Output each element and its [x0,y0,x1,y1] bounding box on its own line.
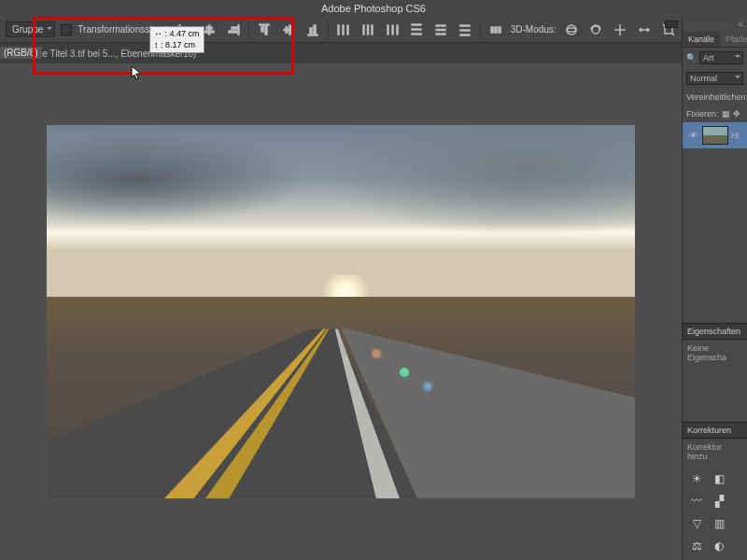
align-top-icon[interactable] [255,21,274,39]
tooltip-width: ↔ : 4.47 cm [154,29,200,40]
align-vcenter-icon[interactable] [279,21,298,39]
mode-3d-label: 3D-Modus: [511,24,557,35]
separator [328,21,329,39]
align-right-icon[interactable] [224,21,243,39]
levels-icon[interactable]: ◧ [711,470,727,487]
svg-rect-35 [460,35,470,35]
svg-rect-20 [347,25,348,35]
hue-icon[interactable]: ▥ [711,515,727,532]
svg-rect-38 [499,27,500,33]
colormode-badge: (RGB/8) [0,47,42,59]
canvas-area[interactable] [0,63,682,560]
svg-rect-6 [238,25,239,35]
mouse-cursor-icon [131,65,144,82]
svg-rect-19 [343,25,344,35]
app-titlebar: Adobe Photoshop CS6 [0,0,747,17]
tooltip-height: ↕ : 8.17 cm [154,40,200,51]
filter-kind-icon[interactable]: 🔍 [686,53,697,63]
svg-rect-14 [289,25,291,35]
svg-rect-10 [261,26,263,32]
separator [480,21,481,39]
svg-rect-22 [367,25,368,35]
colorbalance-icon[interactable]: ⚖ [688,538,705,554]
properties-panel-tab[interactable]: Eigenschaften [683,323,747,340]
blend-mode-dropdown[interactable]: Normal [686,72,743,85]
svg-rect-23 [372,25,373,35]
distribute-left-icon[interactable] [334,21,353,39]
adjustments-hint: Korrektur hinzu [683,439,747,465]
align-bottom-icon[interactable] [303,21,322,39]
svg-point-39 [567,25,576,35]
svg-rect-11 [265,26,267,35]
svg-rect-33 [460,25,470,26]
svg-rect-17 [314,25,316,34]
lock-pixels-icon[interactable]: ▦ [722,109,730,119]
adjustments-icons: ☀ ◧ 〰 ▞ ▽ ▥ ⚖ ◐ [683,465,747,560]
svg-rect-37 [495,27,497,33]
layer-thumbnail[interactable] [702,126,728,145]
exposure-icon[interactable]: ▞ [711,493,727,510]
separator [248,21,249,39]
layer-name[interactable]: Hi [731,131,740,140]
panel-collapse-icon[interactable]: « [683,17,747,32]
svg-rect-5 [204,31,214,33]
distribute-right-icon[interactable] [383,21,402,39]
svg-rect-24 [388,25,388,35]
svg-rect-36 [491,27,493,33]
roll-icon[interactable] [586,21,605,39]
slide-icon[interactable] [635,21,654,39]
distribute-widths-icon[interactable] [486,21,505,39]
svg-rect-28 [412,29,421,30]
show-transform-checkbox[interactable] [61,24,72,35]
brightness-icon[interactable]: ☀ [688,470,705,487]
svg-rect-16 [310,28,312,34]
distribute-top-icon[interactable] [407,21,426,39]
measurement-tooltip: ↔ : 4.47 cm ↕ : 8.17 cm [149,26,204,53]
curves-icon[interactable]: 〰 [688,493,705,510]
svg-rect-8 [229,31,237,33]
right-panels: « Kanäle Pfade 🔍 Art Normal Vereinheitli… [682,17,747,560]
svg-rect-7 [232,27,237,29]
layer-visibility-icon[interactable]: 👁 [686,131,699,140]
bw-icon[interactable]: ◐ [711,538,727,554]
properties-empty: Keine Eigenscha [683,340,747,366]
svg-rect-9 [260,24,269,25]
lock-label: Fixieren: [686,109,719,119]
svg-rect-15 [308,35,317,35]
panel-scroll-up[interactable] [665,21,678,28]
svg-rect-4 [206,27,212,29]
svg-point-41 [592,26,599,34]
channels-tab[interactable]: Kanäle [683,32,720,47]
options-bar: Gruppe Transformationsstrg. 3D-Modus: [0,17,747,43]
svg-rect-30 [436,25,445,26]
svg-rect-29 [412,34,421,35]
svg-rect-27 [412,24,421,25]
svg-rect-31 [436,29,445,30]
group-dropdown[interactable]: Gruppe [6,21,55,37]
svg-rect-34 [460,30,470,31]
svg-rect-26 [397,25,398,35]
pan-icon[interactable] [611,21,629,39]
svg-rect-32 [436,34,445,35]
distribute-vcenter-icon[interactable] [431,21,450,39]
distribute-bottom-icon[interactable] [456,21,474,39]
vibrance-icon[interactable]: ▽ [688,515,705,532]
document-canvas[interactable] [47,125,635,498]
svg-point-40 [567,28,576,32]
distribute-hcenter-icon[interactable] [359,21,377,39]
unify-row: Vereinheitlichen: [683,89,747,105]
orbit-icon[interactable] [562,21,581,39]
adjustments-panel-tab[interactable]: Korrekturen [683,422,747,439]
document-tab-bar: × Ohne Titel 3.tif bei 5..., Ebenenmaske… [0,43,747,63]
svg-rect-25 [392,25,393,35]
svg-rect-18 [338,25,339,35]
svg-rect-13 [286,27,288,33]
filter-kind-dropdown[interactable]: Art [699,51,743,64]
svg-rect-21 [363,25,364,35]
lock-position-icon[interactable]: ✥ [733,109,740,119]
paths-tab[interactable]: Pfade [720,32,747,47]
